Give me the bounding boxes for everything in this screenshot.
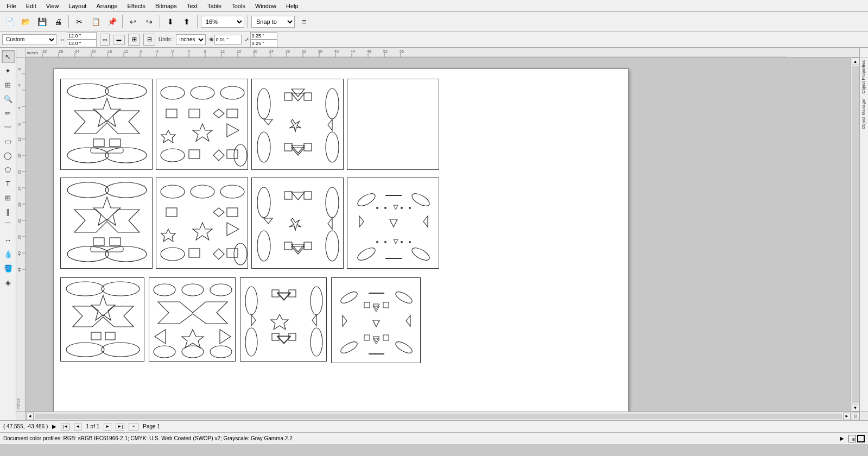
svg-point-203 xyxy=(339,339,359,355)
svg-marker-134 xyxy=(264,218,273,224)
svg-text:4: 4 xyxy=(188,49,190,53)
object-manager-tab[interactable]: Object Manager xyxy=(860,96,868,131)
svg-point-161 xyxy=(66,282,104,296)
menu-arrange[interactable]: Arrange xyxy=(92,2,122,10)
zoom-tool[interactable]: 🔍 xyxy=(2,92,15,105)
svg-point-104 xyxy=(326,132,339,162)
print-button[interactable]: 🖨 xyxy=(51,15,65,29)
eyedropper-tool[interactable]: 💧 xyxy=(2,248,15,261)
scroll-right-button[interactable]: ► xyxy=(843,413,851,420)
units-dropdown[interactable]: inches mm cm xyxy=(176,34,206,45)
menu-edit[interactable]: Edit xyxy=(22,2,41,10)
select-tool[interactable]: ↖ xyxy=(2,50,15,63)
crop-tool[interactable]: ⊞ xyxy=(2,78,15,91)
width-input[interactable] xyxy=(67,32,97,40)
scroll-thumb[interactable] xyxy=(852,66,859,403)
interactive-fill-tool[interactable]: ◈ xyxy=(2,276,15,289)
portrait-button[interactable]: ▭ xyxy=(100,34,110,46)
nudge-y-input[interactable] xyxy=(250,40,277,47)
svg-marker-99 xyxy=(292,93,305,101)
svg-marker-182 xyxy=(312,315,316,326)
table-tool[interactable]: ⊞ xyxy=(2,191,15,204)
redo-button[interactable]: ↪ xyxy=(142,15,156,29)
snap-to-dropdown[interactable]: Snap to xyxy=(251,16,295,28)
rectangle-tool[interactable]: ▭ xyxy=(2,135,15,148)
snap-options-button[interactable]: ≡ xyxy=(297,15,311,29)
object-properties-tab[interactable]: Object Properties xyxy=(860,58,868,96)
save-button[interactable]: 💾 xyxy=(35,15,49,29)
svg-text:32: 32 xyxy=(17,219,21,223)
fill-tool[interactable]: 🪣 xyxy=(2,262,15,275)
menu-effects[interactable]: Effects xyxy=(123,2,150,10)
polygon-tool[interactable]: ⬠ xyxy=(2,163,15,176)
svg-point-84 xyxy=(220,86,244,99)
menu-table[interactable]: Table xyxy=(203,2,226,10)
vscrollbar[interactable]: ▲ ▼ xyxy=(851,58,859,411)
menu-layout[interactable]: Layout xyxy=(64,2,91,10)
connector-tool[interactable]: ⌒ xyxy=(2,219,15,232)
smart-draw-tool[interactable]: 〰 xyxy=(2,121,15,134)
ellipse-tool[interactable]: ◯ xyxy=(2,149,15,162)
open-button[interactable]: 📂 xyxy=(18,15,33,29)
copy-button[interactable]: 📋 xyxy=(88,15,103,29)
svg-point-183 xyxy=(245,328,257,356)
page-options-button[interactable]: ⊞ xyxy=(128,34,140,46)
menu-bitmaps[interactable]: Bitmaps xyxy=(151,2,181,10)
dimension-tool[interactable]: ↔ xyxy=(2,233,15,246)
page-first-button[interactable]: |◄ xyxy=(61,423,69,430)
text-tool[interactable]: T xyxy=(2,177,15,190)
add-page-button[interactable]: + xyxy=(129,423,138,430)
svg-text:20: 20 xyxy=(253,49,257,53)
svg-point-112 xyxy=(105,246,147,262)
zoom-dropdown[interactable]: 16% 25% 50% 100% xyxy=(201,16,244,28)
scroll-down-button[interactable]: ▼ xyxy=(852,404,859,411)
menu-tools[interactable]: Tools xyxy=(227,2,250,10)
bleed-button[interactable]: ⊟ xyxy=(143,34,155,46)
svg-marker-200 xyxy=(373,339,379,344)
separator xyxy=(122,15,123,28)
menu-help[interactable]: Help xyxy=(282,2,303,10)
menu-text[interactable]: Text xyxy=(182,2,202,10)
canvas[interactable] xyxy=(26,58,851,411)
snap-distance-input[interactable] xyxy=(214,35,242,45)
menu-window[interactable]: Window xyxy=(251,2,281,10)
color-profile-text: Document color profiles: RGB: sRGB IEC61… xyxy=(3,435,835,441)
zoom-fit-button[interactable]: ⊡ xyxy=(852,413,859,420)
fill-swatch[interactable]: ⊘ xyxy=(848,435,856,442)
paste-button[interactable]: 📌 xyxy=(105,15,119,29)
svg-text:44: 44 xyxy=(351,49,355,53)
svg-text:-8: -8 xyxy=(17,68,21,71)
svg-text:36: 36 xyxy=(17,235,21,239)
undo-button[interactable]: ↩ xyxy=(126,15,140,29)
svg-marker-197 xyxy=(373,320,379,327)
freehand-tool[interactable]: ✏ xyxy=(2,106,15,119)
parallel-tool[interactable]: ∥ xyxy=(2,205,15,218)
landscape-button[interactable]: ▬ xyxy=(113,35,125,45)
svg-rect-80 xyxy=(110,139,121,147)
separator xyxy=(248,15,248,28)
page-last-button[interactable]: ►| xyxy=(116,423,124,430)
new-button[interactable]: 📄 xyxy=(2,15,16,29)
scroll-left-button[interactable]: ◄ xyxy=(26,413,34,420)
hscrollbar[interactable]: ◄ ► ⊡ xyxy=(26,411,859,420)
nudge-x-input[interactable] xyxy=(250,32,277,40)
svg-point-83 xyxy=(191,86,214,99)
hscroll-thumb[interactable] xyxy=(35,414,842,419)
height-input[interactable] xyxy=(67,40,97,47)
shape-tool[interactable]: ✦ xyxy=(2,64,15,77)
export-button[interactable]: ⬆ xyxy=(180,15,194,29)
svg-marker-147 xyxy=(394,205,398,210)
nudge-group: ⤢ xyxy=(245,32,277,47)
page-next-button[interactable]: ► xyxy=(104,423,111,430)
import-button[interactable]: ⬇ xyxy=(163,15,178,29)
svg-text:40: 40 xyxy=(17,251,21,256)
menu-file[interactable]: File xyxy=(2,2,21,10)
page-prev-button[interactable]: ◄ xyxy=(74,423,81,430)
stroke-swatch[interactable] xyxy=(857,435,865,442)
preset-dropdown[interactable]: Custom xyxy=(2,34,56,45)
cut-button[interactable]: ✂ xyxy=(72,15,86,29)
menu-view[interactable]: View xyxy=(42,2,64,10)
scroll-up-button[interactable]: ▲ xyxy=(852,58,859,65)
svg-point-116 xyxy=(161,185,185,198)
svg-point-129 xyxy=(257,187,270,218)
